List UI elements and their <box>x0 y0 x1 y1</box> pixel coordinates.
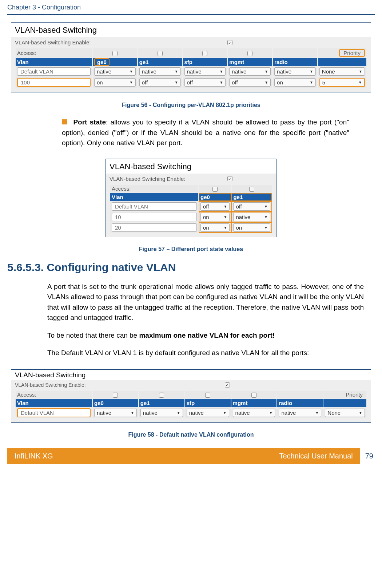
priority-select[interactable]: None▼ <box>319 67 365 76</box>
enable-checkbox[interactable] <box>227 176 232 181</box>
body-paragraph-3: The Default VLAN or VLAN 1 is by default… <box>47 348 364 358</box>
figure-57: VLAN-based Switching VLAN-based Switchin… <box>106 159 276 237</box>
table-row: Default VLAN off▼ off▼ <box>110 202 272 211</box>
table-row: 100 on▼ off▼ off▼ off▼ on▼ 5▼ <box>16 77 366 88</box>
port-state-select[interactable]: off▼ <box>200 202 230 211</box>
port-state-select[interactable]: on▼ <box>94 78 136 87</box>
panel-title: VLAN-based Switching <box>11 23 371 37</box>
priority-header: Priority <box>323 391 366 398</box>
body-paragraph-1: A port that is set to the trunk operatio… <box>47 282 364 323</box>
page-footer: InfiLINK XG Technical User Manual 79 <box>0 448 382 464</box>
port-state-select[interactable]: native▼ <box>140 409 183 417</box>
port-state-select[interactable]: off▼ <box>229 78 271 87</box>
vlan-name-input[interactable]: 10 <box>112 213 197 221</box>
table-row: 10 on▼ native▼ <box>110 212 272 222</box>
port-state-select[interactable]: native▼ <box>233 213 270 221</box>
port-state-select[interactable]: native▼ <box>279 409 321 417</box>
enable-row: VLAN-based Switching Enable: <box>15 382 367 388</box>
port-state-select[interactable]: native▼ <box>139 67 181 76</box>
bullet-icon <box>62 119 67 124</box>
footer-product: InfiLINK XG <box>15 452 53 460</box>
header-row: Vlan ge0 ge1 sfp mgmt radio <box>16 58 366 66</box>
figure-57-caption: Figure 57 – Different port state values <box>11 246 371 253</box>
port-state-select[interactable]: native▼ <box>274 67 316 76</box>
port-state-select[interactable]: off▼ <box>233 202 270 211</box>
col-ge0: ge0 <box>93 399 138 407</box>
col-ge1: ge1 <box>232 193 272 201</box>
port-state-select[interactable]: on▼ <box>233 223 270 232</box>
bold-note: maximum one native VLAN for each port! <box>139 331 275 339</box>
access-checkbox-sfp[interactable] <box>202 51 207 56</box>
table-row: Default VLAN native▼ native▼ native▼ nat… <box>16 67 366 76</box>
col-mgmt: mgmt <box>228 58 272 66</box>
chapter-header: Chapter 3 - Configuration <box>0 0 382 14</box>
priority-header: Priority <box>339 49 365 57</box>
panel-title: VLAN-based Switching <box>106 159 276 174</box>
figure-58-caption: Figure 58 - Default native VLAN configur… <box>11 432 371 438</box>
vlan-name-input[interactable]: Default VLAN <box>112 202 197 211</box>
footer-manual: Technical User Manual <box>279 452 353 460</box>
access-label: Access: <box>110 185 198 192</box>
port-state-select[interactable]: on▼ <box>274 78 316 87</box>
enable-checkbox[interactable] <box>227 40 232 45</box>
port-state-select[interactable]: native▼ <box>229 67 271 76</box>
bullet-label: Port state <box>73 118 106 126</box>
port-state-select[interactable]: native▼ <box>94 67 136 76</box>
col-ge0: ge0 <box>199 193 231 201</box>
access-checkbox-ge1[interactable] <box>158 51 163 56</box>
port-state-select[interactable]: on▼ <box>200 213 230 221</box>
access-checkbox-mgmt[interactable] <box>251 393 256 398</box>
vlan-name-input[interactable]: Default VLAN <box>17 408 91 417</box>
access-row: Access: Priority <box>16 391 366 398</box>
vlan-table: Access: Priority Vlan ge0 ge1 sfp mgmt r… <box>15 48 367 88</box>
col-vlan: Vlan <box>16 58 92 66</box>
col-mgmt: mgmt <box>231 399 277 407</box>
col-vlan: Vlan <box>16 399 92 407</box>
enable-label: VLAN-based Switching Enable: <box>15 382 86 388</box>
access-row: Access: <box>110 185 272 192</box>
port-state-select[interactable]: native▼ <box>233 409 275 417</box>
page-number: 79 <box>365 452 382 460</box>
header-row: Vlan ge0 ge1 <box>110 193 272 201</box>
col-sfp: sfp <box>185 399 231 407</box>
col-ge0: ge0 <box>94 58 110 66</box>
port-state-select[interactable]: native▼ <box>94 409 137 417</box>
enable-row: VLAN-based Switching Enable: <box>110 176 272 182</box>
panel-title: VLAN-based Switching <box>11 370 371 380</box>
access-checkbox-ge0[interactable] <box>212 187 218 192</box>
port-state-select[interactable]: off▼ <box>139 78 181 87</box>
port-state-select[interactable]: native▼ <box>187 409 229 417</box>
enable-checkbox[interactable] <box>225 382 230 388</box>
section-heading: 5.6.5.3. Configuring native VLAN <box>7 261 375 274</box>
bullet-port-state: Port state: allows you to specify if a V… <box>62 117 349 148</box>
access-checkbox-ge0[interactable] <box>112 51 118 56</box>
access-checkbox-mgmt[interactable] <box>247 51 252 56</box>
access-checkbox-ge1[interactable] <box>249 187 254 192</box>
table-row: Default VLAN native▼ native▼ native▼ nat… <box>16 408 366 418</box>
access-checkbox-ge0[interactable] <box>113 393 118 398</box>
figure-58: VLAN-based Switching VLAN-based Switchin… <box>11 369 371 423</box>
col-sfp: sfp <box>183 58 227 66</box>
col-ge1: ge1 <box>138 58 182 66</box>
figure-56-caption: Figure 56 - Configuring per-VLAN 802.1p … <box>11 102 371 108</box>
access-label: Access: <box>16 391 92 398</box>
header-row: Vlan ge0 ge1 sfp mgmt radio <box>16 399 366 407</box>
figure-56: VLAN-based Switching VLAN-based Switchin… <box>11 22 371 92</box>
vlan-name-input[interactable]: Default VLAN <box>17 67 91 76</box>
priority-select[interactable]: 5▼ <box>319 78 365 87</box>
table-row: 20 on▼ on▼ <box>110 223 272 233</box>
port-state-select[interactable]: off▼ <box>184 78 226 87</box>
port-state-select[interactable]: on▼ <box>200 223 230 232</box>
priority-select[interactable]: None▼ <box>325 409 365 417</box>
enable-row: VLAN-based Switching Enable: <box>15 39 367 45</box>
access-checkbox-sfp[interactable] <box>205 393 210 398</box>
vlan-name-input[interactable]: 100 <box>17 78 91 87</box>
col-radio: radio <box>277 399 323 407</box>
access-label: Access: <box>16 48 92 57</box>
vlan-name-input[interactable]: 20 <box>112 223 197 232</box>
access-checkbox-ge1[interactable] <box>159 393 164 398</box>
port-state-select[interactable]: native▼ <box>184 67 226 76</box>
col-radio: radio <box>273 58 317 66</box>
enable-label: VLAN-based Switching Enable: <box>15 39 91 45</box>
access-row: Access: Priority <box>16 48 366 57</box>
